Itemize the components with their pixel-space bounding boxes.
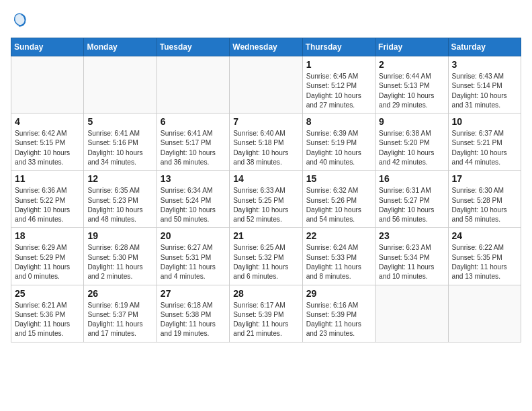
calendar-cell: 19Sunrise: 6:28 AM Sunset: 5:30 PM Dayli…	[84, 228, 157, 285]
day-of-week-header: Friday	[375, 38, 448, 56]
day-info: Sunrise: 6:22 AM Sunset: 5:35 PM Dayligh…	[452, 243, 517, 281]
calendar-cell: 27Sunrise: 6:18 AM Sunset: 5:38 PM Dayli…	[157, 285, 229, 342]
calendar-cell: 10Sunrise: 6:37 AM Sunset: 5:21 PM Dayli…	[448, 113, 521, 171]
day-number: 25	[15, 288, 80, 299]
calendar-cell: 13Sunrise: 6:34 AM Sunset: 5:24 PM Dayli…	[157, 171, 229, 228]
logo	[11, 11, 32, 30]
calendar-cell: 21Sunrise: 6:25 AM Sunset: 5:32 PM Dayli…	[230, 228, 302, 285]
calendar-cell: 17Sunrise: 6:30 AM Sunset: 5:28 PM Dayli…	[448, 171, 521, 228]
day-info: Sunrise: 6:33 AM Sunset: 5:25 PM Dayligh…	[233, 186, 298, 224]
calendar-cell: 23Sunrise: 6:23 AM Sunset: 5:34 PM Dayli…	[375, 228, 448, 285]
calendar-cell	[11, 56, 84, 113]
day-number: 29	[306, 288, 371, 299]
day-number: 20	[161, 230, 226, 241]
day-number: 28	[233, 288, 298, 299]
day-info: Sunrise: 6:41 AM Sunset: 5:16 PM Dayligh…	[87, 129, 152, 167]
calendar-cell: 26Sunrise: 6:19 AM Sunset: 5:37 PM Dayli…	[84, 285, 157, 342]
day-number: 27	[161, 288, 226, 299]
day-of-week-header: Tuesday	[157, 38, 229, 56]
day-number: 23	[379, 230, 444, 241]
page-header	[11, 11, 521, 30]
day-info: Sunrise: 6:25 AM Sunset: 5:32 PM Dayligh…	[233, 243, 298, 281]
day-number: 13	[161, 173, 226, 184]
day-number: 10	[452, 116, 517, 127]
calendar-cell	[84, 56, 157, 113]
day-info: Sunrise: 6:21 AM Sunset: 5:36 PM Dayligh…	[15, 301, 80, 339]
logo-icon	[11, 11, 30, 30]
day-info: Sunrise: 6:35 AM Sunset: 5:23 PM Dayligh…	[87, 186, 152, 224]
day-info: Sunrise: 6:23 AM Sunset: 5:34 PM Dayligh…	[379, 243, 444, 281]
calendar-week-row: 18Sunrise: 6:29 AM Sunset: 5:29 PM Dayli…	[11, 228, 521, 285]
calendar-cell: 15Sunrise: 6:32 AM Sunset: 5:26 PM Dayli…	[302, 171, 375, 228]
calendar-cell: 11Sunrise: 6:36 AM Sunset: 5:22 PM Dayli…	[11, 171, 84, 228]
day-number: 14	[233, 173, 298, 184]
day-info: Sunrise: 6:28 AM Sunset: 5:30 PM Dayligh…	[87, 243, 152, 281]
calendar-week-row: 25Sunrise: 6:21 AM Sunset: 5:36 PM Dayli…	[11, 285, 521, 342]
day-number: 5	[87, 116, 152, 127]
calendar-cell: 22Sunrise: 6:24 AM Sunset: 5:33 PM Dayli…	[302, 228, 375, 285]
calendar-cell	[375, 285, 448, 342]
calendar-cell: 14Sunrise: 6:33 AM Sunset: 5:25 PM Dayli…	[230, 171, 302, 228]
day-info: Sunrise: 6:16 AM Sunset: 5:39 PM Dayligh…	[306, 301, 371, 339]
day-info: Sunrise: 6:36 AM Sunset: 5:22 PM Dayligh…	[15, 186, 80, 224]
calendar-cell: 8Sunrise: 6:39 AM Sunset: 5:19 PM Daylig…	[302, 113, 375, 171]
day-info: Sunrise: 6:30 AM Sunset: 5:28 PM Dayligh…	[452, 186, 517, 224]
calendar-cell: 16Sunrise: 6:31 AM Sunset: 5:27 PM Dayli…	[375, 171, 448, 228]
calendar-cell: 18Sunrise: 6:29 AM Sunset: 5:29 PM Dayli…	[11, 228, 84, 285]
day-info: Sunrise: 6:18 AM Sunset: 5:38 PM Dayligh…	[161, 301, 226, 339]
calendar-week-row: 1Sunrise: 6:45 AM Sunset: 5:12 PM Daylig…	[11, 56, 521, 113]
day-info: Sunrise: 6:38 AM Sunset: 5:20 PM Dayligh…	[379, 129, 444, 167]
day-number: 1	[306, 59, 371, 70]
day-number: 24	[452, 230, 517, 241]
calendar-cell: 7Sunrise: 6:40 AM Sunset: 5:18 PM Daylig…	[230, 113, 302, 171]
day-number: 16	[379, 173, 444, 184]
day-number: 15	[306, 173, 371, 184]
day-number: 11	[15, 173, 80, 184]
calendar-header-row: SundayMondayTuesdayWednesdayThursdayFrid…	[11, 38, 521, 56]
day-number: 4	[15, 116, 80, 127]
calendar-cell	[230, 56, 302, 113]
day-info: Sunrise: 6:27 AM Sunset: 5:31 PM Dayligh…	[161, 243, 226, 281]
day-info: Sunrise: 6:45 AM Sunset: 5:12 PM Dayligh…	[306, 72, 371, 110]
calendar-cell: 25Sunrise: 6:21 AM Sunset: 5:36 PM Dayli…	[11, 285, 84, 342]
day-number: 22	[306, 230, 371, 241]
day-info: Sunrise: 6:41 AM Sunset: 5:17 PM Dayligh…	[161, 129, 226, 167]
day-info: Sunrise: 6:39 AM Sunset: 5:19 PM Dayligh…	[306, 129, 371, 167]
calendar-cell: 20Sunrise: 6:27 AM Sunset: 5:31 PM Dayli…	[157, 228, 229, 285]
calendar-cell: 9Sunrise: 6:38 AM Sunset: 5:20 PM Daylig…	[375, 113, 448, 171]
calendar-cell: 6Sunrise: 6:41 AM Sunset: 5:17 PM Daylig…	[157, 113, 229, 171]
day-of-week-header: Wednesday	[230, 38, 302, 56]
calendar-cell: 29Sunrise: 6:16 AM Sunset: 5:39 PM Dayli…	[302, 285, 375, 342]
day-info: Sunrise: 6:40 AM Sunset: 5:18 PM Dayligh…	[233, 129, 298, 167]
day-info: Sunrise: 6:34 AM Sunset: 5:24 PM Dayligh…	[161, 186, 226, 224]
calendar-cell: 3Sunrise: 6:43 AM Sunset: 5:14 PM Daylig…	[448, 56, 521, 113]
calendar-cell: 5Sunrise: 6:41 AM Sunset: 5:16 PM Daylig…	[84, 113, 157, 171]
day-info: Sunrise: 6:44 AM Sunset: 5:13 PM Dayligh…	[379, 72, 444, 110]
calendar-week-row: 4Sunrise: 6:42 AM Sunset: 5:15 PM Daylig…	[11, 113, 521, 171]
day-info: Sunrise: 6:43 AM Sunset: 5:14 PM Dayligh…	[452, 72, 517, 110]
day-number: 7	[233, 116, 298, 127]
day-number: 21	[233, 230, 298, 241]
calendar-table: SundayMondayTuesdayWednesdayThursdayFrid…	[11, 38, 521, 342]
day-info: Sunrise: 6:17 AM Sunset: 5:39 PM Dayligh…	[233, 301, 298, 339]
day-info: Sunrise: 6:19 AM Sunset: 5:37 PM Dayligh…	[87, 301, 152, 339]
day-of-week-header: Saturday	[448, 38, 521, 56]
calendar-cell: 1Sunrise: 6:45 AM Sunset: 5:12 PM Daylig…	[302, 56, 375, 113]
calendar-week-row: 11Sunrise: 6:36 AM Sunset: 5:22 PM Dayli…	[11, 171, 521, 228]
day-info: Sunrise: 6:42 AM Sunset: 5:15 PM Dayligh…	[15, 129, 80, 167]
day-number: 3	[452, 59, 517, 70]
day-of-week-header: Thursday	[302, 38, 375, 56]
day-info: Sunrise: 6:29 AM Sunset: 5:29 PM Dayligh…	[15, 243, 80, 281]
calendar-cell: 4Sunrise: 6:42 AM Sunset: 5:15 PM Daylig…	[11, 113, 84, 171]
calendar-cell: 24Sunrise: 6:22 AM Sunset: 5:35 PM Dayli…	[448, 228, 521, 285]
calendar-cell: 2Sunrise: 6:44 AM Sunset: 5:13 PM Daylig…	[375, 56, 448, 113]
day-number: 9	[379, 116, 444, 127]
day-info: Sunrise: 6:32 AM Sunset: 5:26 PM Dayligh…	[306, 186, 371, 224]
day-number: 17	[452, 173, 517, 184]
day-number: 12	[87, 173, 152, 184]
day-number: 6	[161, 116, 226, 127]
day-info: Sunrise: 6:37 AM Sunset: 5:21 PM Dayligh…	[452, 129, 517, 167]
day-number: 8	[306, 116, 371, 127]
day-number: 2	[379, 59, 444, 70]
calendar-cell: 12Sunrise: 6:35 AM Sunset: 5:23 PM Dayli…	[84, 171, 157, 228]
